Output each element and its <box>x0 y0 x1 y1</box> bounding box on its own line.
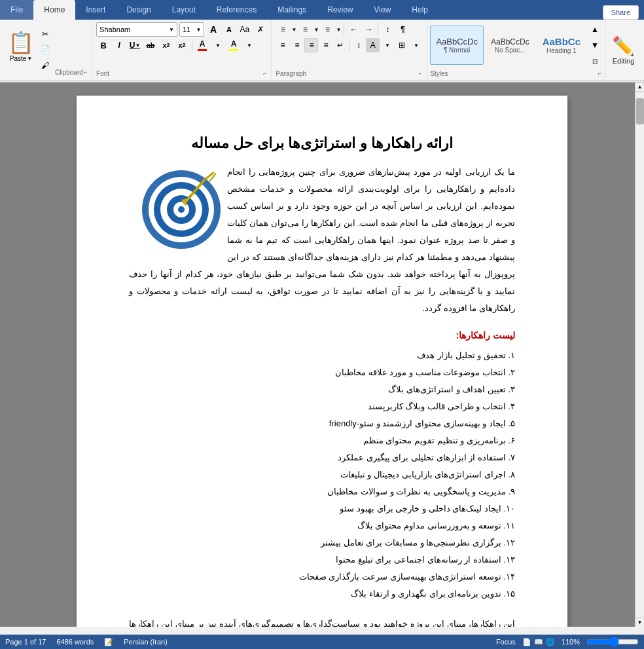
style-no-spacing[interactable]: AaBbCcDc No Spac... <box>485 26 535 65</box>
line-spacing-button[interactable]: ↕ <box>351 38 365 52</box>
font-color-button[interactable]: A <box>195 38 209 52</box>
ribbon-main: 📋 Paste ▼ ✂ 📄 🖌 Clipboard ⌐ Shabnam <box>0 20 644 81</box>
tab-home[interactable]: Home <box>33 0 75 20</box>
read-mode-icon[interactable]: 📖 <box>534 638 543 646</box>
list-item: ۸. اجرای استراتژی‌های بازاریابی دیجیتال … <box>129 466 515 483</box>
tab-review[interactable]: Review <box>317 0 363 20</box>
numbering-dropdown-icon[interactable]: ▼ <box>313 22 319 37</box>
word-count: 6486 words <box>56 638 94 646</box>
styles-scroll-down-button[interactable]: ▼ <box>588 38 602 52</box>
bullets-dropdown-icon[interactable]: ▼ <box>291 22 297 37</box>
tab-insert[interactable]: Insert <box>75 0 116 20</box>
border-dropdown-icon[interactable]: ▼ <box>409 38 423 52</box>
status-bar: Page 1 of 17 6486 words 📝 Persian (Iran)… <box>0 635 644 649</box>
align-center-button[interactable]: ≡ <box>290 38 304 52</box>
increase-indent-button[interactable]: → <box>361 22 376 37</box>
font-color-dropdown-icon[interactable]: ▼ <box>211 38 225 52</box>
superscript-button[interactable]: x2 <box>175 38 189 52</box>
status-right: Focus 📄 📖 🌐 110% <box>496 637 639 647</box>
shading-button[interactable]: A <box>366 38 380 52</box>
rtl-button[interactable]: ↵ <box>333 38 347 52</box>
subscript-button[interactable]: x2 <box>159 38 173 52</box>
scroll-up-button[interactable]: ▲ <box>635 83 645 92</box>
strikethrough-button[interactable]: ab <box>143 38 158 52</box>
sort-button[interactable]: ↕ <box>380 22 395 37</box>
font-size-dropdown-icon: ▼ <box>196 27 202 33</box>
tab-layout[interactable]: Layout <box>162 0 206 20</box>
justify-button[interactable]: ≡ <box>319 38 332 52</box>
svg-line-9 <box>204 172 214 180</box>
tab-references[interactable]: References <box>206 0 267 20</box>
clipboard-expand-icon[interactable]: ⌐ <box>83 68 88 76</box>
font-group-label: Font <box>96 70 109 77</box>
list-item: ۱۱. توسعه و به‌روزرسانی مداوم محتوای بلا… <box>129 517 515 534</box>
list-items: ۱. تحقیق و تحلیل بازار هدف۲. انتخاب موضو… <box>129 347 515 603</box>
change-case-button[interactable]: Aa <box>238 22 251 37</box>
web-layout-icon[interactable]: 🌐 <box>546 638 555 646</box>
style-heading-1[interactable]: AaBbCc Heading 1 <box>537 26 586 65</box>
align-right-button[interactable]: ≡ <box>304 38 318 52</box>
focus-label[interactable]: Focus <box>496 638 516 646</box>
tab-help[interactable]: Help <box>401 0 438 20</box>
multilevel-dropdown-icon[interactable]: ▼ <box>335 22 342 37</box>
page-info: Page 1 of 17 <box>5 638 46 646</box>
paste-icon: 📋 <box>8 30 34 55</box>
font-name-dropdown-icon: ▼ <box>169 27 174 33</box>
highlight-dropdown-icon[interactable]: ▼ <box>242 38 257 52</box>
font-name-dropdown[interactable]: Shabnam ▼ <box>96 22 177 37</box>
document-area[interactable]: ▲ ▼ ارائه راهکارها و استراتژی‌ها برای حل… <box>0 83 644 627</box>
tab-design[interactable]: Design <box>116 0 161 20</box>
tab-mailings[interactable]: Mailings <box>267 0 317 20</box>
paste-button[interactable]: 📋 Paste ▼ <box>7 22 35 69</box>
bold-button[interactable]: B <box>96 38 111 52</box>
styles-expand-icon[interactable]: ⌐ <box>598 69 602 77</box>
zoom-slider[interactable] <box>586 637 639 647</box>
paragraph-group-label: Paragraph <box>276 70 306 77</box>
styles-expand-button[interactable]: ⊡ <box>588 54 602 68</box>
target-image <box>135 164 227 255</box>
border-button[interactable]: ⊞ <box>395 38 408 52</box>
align-left-button[interactable]: ≡ <box>276 38 289 52</box>
clipboard-group: 📋 Paste ▼ ✂ 📄 🖌 Clipboard ⌐ <box>3 20 92 80</box>
decrease-font-button[interactable]: A <box>222 22 236 37</box>
bullets-button[interactable]: ≡ <box>276 22 290 37</box>
highlight-color-button[interactable]: A <box>226 38 241 52</box>
ribbon: File Home Insert Design Layout Reference… <box>0 0 644 83</box>
print-layout-icon[interactable]: 📄 <box>522 638 531 646</box>
style-normal[interactable]: AaBbCcDc ¶ Normal <box>430 26 484 65</box>
copy-button[interactable]: 📄 <box>38 43 52 57</box>
list-item: ۲. انتخاب موضوعات مناسب و مورد علاقه مخا… <box>129 364 515 381</box>
paste-dropdown-icon[interactable]: ▼ <box>27 56 32 62</box>
font-size-dropdown[interactable]: 11 ▼ <box>179 22 204 37</box>
list-item: ۱۵. تدوین برنامه‌ای برای نگهداری و ارتقا… <box>129 585 515 603</box>
font-expand-icon[interactable]: ⌐ <box>262 69 267 77</box>
closing-paragraph: این راهکارها، مبنای این پروژه خواهند بود… <box>129 616 515 627</box>
tab-file[interactable]: File <box>0 0 33 20</box>
tab-bar: File Home Insert Design Layout Reference… <box>0 0 644 20</box>
show-paragraph-button[interactable]: ¶ <box>395 22 410 37</box>
increase-font-button[interactable]: A <box>206 22 220 37</box>
spelling-icon[interactable]: 📝 <box>104 638 113 646</box>
scroll-thumb[interactable] <box>636 98 644 124</box>
scrollbar-v[interactable]: ▲ ▼ <box>635 83 644 627</box>
multilevel-button[interactable]: ≡ <box>320 22 334 37</box>
underline-button[interactable]: U▼ <box>128 38 142 52</box>
tab-view[interactable]: View <box>364 0 402 20</box>
view-icons: 📄 📖 🌐 <box>522 638 555 646</box>
document-page[interactable]: ارائه راهکارها و استراتژی‌ها برای حل مسا… <box>77 96 567 627</box>
underline-dropdown-icon[interactable]: ▼ <box>135 43 140 48</box>
italic-button[interactable]: I <box>112 38 126 52</box>
styles-group-label: Styles <box>430 70 448 77</box>
numbering-button[interactable]: ≡ <box>298 22 312 37</box>
shading-dropdown-icon[interactable]: ▼ <box>380 38 394 52</box>
styles-scroll-up-button[interactable]: ▲ <box>588 22 602 37</box>
paragraph-expand-icon[interactable]: ⌐ <box>418 69 423 77</box>
decrease-indent-button[interactable]: ← <box>346 22 361 37</box>
clear-formatting-button[interactable]: ✗ <box>253 22 267 37</box>
cut-button[interactable]: ✂ <box>38 27 52 41</box>
scroll-down-button[interactable]: ▼ <box>635 618 645 627</box>
list-item: ۱۲. برگزاری نظرسنجی‌ها و مسابقات برای تع… <box>129 534 515 551</box>
format-painter-button[interactable]: 🖌 <box>38 58 52 73</box>
font-group: Shabnam ▼ 11 ▼ A A Aa ✗ B I U▼ ab x2 <box>92 20 272 80</box>
share-button[interactable]: Share <box>603 5 639 20</box>
